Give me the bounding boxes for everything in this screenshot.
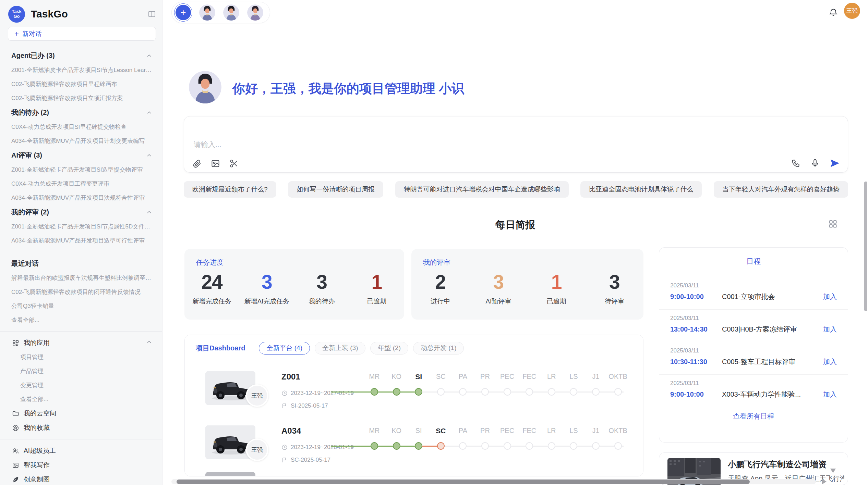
sidebar-item[interactable]: Z001-全新燃油皮卡产品开发项目SI节点Lesson Learn报告 [0,63,162,77]
project-row[interactable]: 王强Z0012023-12-19~2027-01-19SI-2025-05-17… [185,371,643,423]
dashboard-tab[interactable]: 全新平台 (4) [259,342,310,355]
voice-call-icon[interactable] [791,159,800,168]
sidebar-item[interactable]: C0X4-动力总成开发项目工程变更评审 [0,177,162,191]
scissors-icon[interactable] [229,159,239,168]
collapse-sidebar-icon[interactable] [148,10,156,18]
join-link[interactable]: 加入 [823,357,837,366]
assistant-avatar[interactable] [223,4,239,21]
milestone-dot[interactable] [570,388,577,396]
assistant-avatar[interactable] [247,4,263,21]
schedule-date: 2025/03/11 [670,315,837,322]
milestone-dot[interactable] [481,442,489,450]
dashboard-tab[interactable]: 动总开发 (1) [413,342,464,355]
scroll-right-arrow-icon[interactable] [822,479,827,484]
sidebar-section-header[interactable]: AI评审 (3) [0,148,162,163]
milestone-dot[interactable] [526,442,533,450]
sidebar-item[interactable]: A034-全新新能源MUV产品开发项目造型可行性评审 [0,234,162,248]
assistant-avatar[interactable] [199,4,215,21]
dashboard-tab[interactable]: 年型 (2) [370,342,408,355]
milestone-dot[interactable] [592,388,600,396]
sidebar-tool-item[interactable]: 帮我写作 [0,458,162,472]
project-name: Z001 [281,372,300,382]
picture-icon [12,462,19,469]
suggestion-chip[interactable]: 比亚迪全固态电池计划具体说了什么 [580,181,702,198]
sidebar-tool-label: AI超级员工 [24,446,56,455]
attachment-icon[interactable] [192,159,202,168]
scroll-down-arrow-icon[interactable] [830,469,836,473]
milestone-dot[interactable] [437,442,445,450]
horizontal-scrollbar-thumb[interactable] [177,480,750,484]
stat-value: 1 [349,271,404,293]
milestone-dot[interactable] [415,388,422,396]
sidebar-item[interactable]: C02-飞腾新能源轻客改款项目里程碑画布 [0,77,162,91]
my-apps-subitem[interactable]: 查看全部... [0,392,162,406]
sidebar-item[interactable]: Z001-全新燃油轻卡产品开发项目SI节点属性5D文件评审 [0,220,162,234]
milestone-dot[interactable] [393,388,400,396]
milestone-dot[interactable] [592,442,600,450]
milestone-dot[interactable] [570,442,577,450]
recent-chat-item[interactable]: 公司Q3轻卡销量 [0,299,162,313]
my-review-card: 我的评审2进行中3AI预评审1已逾期3待评审 [411,249,643,320]
milestone-dot[interactable] [614,442,622,450]
join-link[interactable]: 加入 [823,390,837,399]
milestone-dot[interactable] [371,442,378,450]
milestone-dot[interactable] [459,388,467,396]
add-assistant-button[interactable]: + [176,5,191,20]
sidebar-item-folder[interactable]: 我的云空间 [0,406,162,421]
milestone-dot[interactable] [459,442,467,450]
sidebar-section-header[interactable]: 我的评审 (2) [0,205,162,220]
sidebar-item[interactable]: C02-飞腾新能源轻客改款项目立项汇报方案 [0,91,162,105]
recent-chat-item[interactable]: 解释最新出台的欧盟报废车法规再生塑料比例被调至15%... [0,271,162,285]
suggestion-chip[interactable]: 当下年轻人对汽车外观有怎样的喜好趋势 [714,181,848,198]
sidebar-tool-item[interactable]: AI超级员工 [0,444,162,458]
layout-switch-icon[interactable] [828,219,837,228]
suggestion-chip[interactable]: 如何写一份清晰的项目周报 [288,181,383,198]
sidebar-section-header[interactable]: 我的待办 (2) [0,105,162,120]
milestone-dot[interactable] [371,388,378,396]
suggestion-chip[interactable]: 特朗普可能对进口汽车增税会对中国车企造成哪些影响 [395,181,569,198]
sidebar-item[interactable]: C0X4-动力总成开发项目SI里程碑提交物检查 [0,120,162,134]
project-row[interactable]: 王强A0342023-12-19~2026-01-19SC-2025-05-17… [185,425,643,476]
send-icon[interactable] [830,158,840,168]
milestone-dot[interactable] [393,442,400,450]
milestone-dot[interactable] [437,388,445,396]
my-apps-subitem[interactable]: 产品管理 [0,364,162,378]
sidebar-item[interactable]: Z001-全新燃油轻卡产品开发项目SI造型提交物评审 [0,163,162,177]
milestone-dot[interactable] [504,388,511,396]
sidebar-item-star-badge[interactable]: 我的收藏 [0,421,162,435]
image-upload-icon[interactable] [211,159,220,168]
assistant-avatars [199,4,263,21]
sidebar-tool-item[interactable]: 创意制图 [0,472,162,485]
new-chat-button[interactable]: + 新对话 [8,27,156,41]
join-link[interactable]: 加入 [823,292,837,301]
app-logo-text-top: Task [12,9,22,14]
sidebar-item-my-apps[interactable]: 我的应用 [0,336,162,350]
sidebar-section-label: AI评审 (3) [11,151,42,160]
view-all-schedule-link[interactable]: 查看所有日程 [659,412,848,421]
notification-bell-icon[interactable] [829,8,838,17]
chat-input-box[interactable]: 请输入... [184,116,848,173]
vertical-scrollbar-thumb[interactable] [864,182,867,311]
chat-input-placeholder: 请输入... [194,140,221,149]
sidebar-item[interactable]: A034-全新新能源MUV产品开发项目法规符合性评审 [0,191,162,205]
recent-chat-item[interactable]: C02-飞腾新能源轻客改款项目的闭环通告反馈情况 [0,285,162,299]
milestone-dot[interactable] [614,388,622,396]
assistant-greeting: 你好，王强，我是你的项目管理助理 小识 [232,80,464,97]
my-apps-label: 我的应用 [24,338,50,347]
my-apps-subitem[interactable]: 变更管理 [0,378,162,392]
join-link[interactable]: 加入 [823,325,837,334]
user-avatar[interactable]: 王强 [844,3,860,19]
dashboard-tab[interactable]: 全新上装 (3) [315,342,366,355]
sidebar-item[interactable]: A034-全新新能源MUV产品开发项目计划变更表编写 [0,134,162,148]
milestone-dot[interactable] [504,442,511,450]
milestone-dot[interactable] [415,442,422,450]
suggestion-chip[interactable]: 欧洲新规最近颁布了什么? [184,181,276,198]
microphone-icon[interactable] [810,159,820,168]
milestone-dot[interactable] [548,442,555,450]
my-apps-subitem[interactable]: 项目管理 [0,350,162,364]
recent-chat-item[interactable]: 查看全部... [0,313,162,327]
milestone-dot[interactable] [548,388,555,396]
milestone-dot[interactable] [526,388,533,396]
milestone-dot[interactable] [481,388,489,396]
sidebar-section-header[interactable]: Agent已办 (3) [0,48,162,63]
